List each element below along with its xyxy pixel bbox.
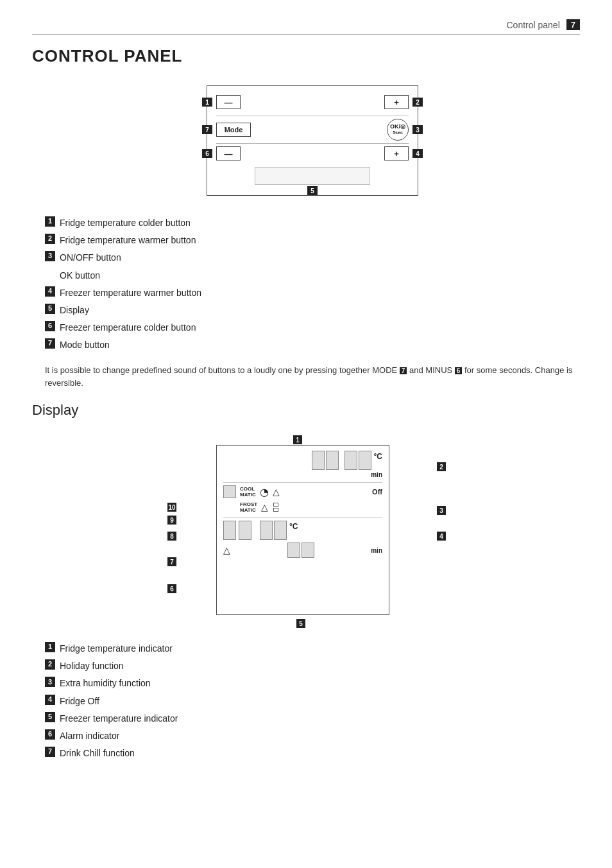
badge-disp-4: 4 [437,532,446,541]
disp-legend-text-7: Drink Chill function [60,745,135,761]
disp-legend-item-3: 3 Extra humidity function [45,675,580,691]
legend-text-4: Freezer temperature warmer button [60,285,201,301]
disp-badge-5: 5 [45,712,55,722]
cp-badge-6: 6 [202,149,212,158]
cp-btn-minus-freezer[interactable]: — [216,146,241,161]
badge-disp-10: 10 [167,503,176,512]
disp-legend-text-2: Holiday function [60,658,124,674]
page-number: 7 [566,19,580,30]
section-title: CONTROL PANEL [32,46,580,66]
badge-7: 7 [45,338,55,349]
control-panel-diagram: 1 — + 2 7 Mode [32,79,580,202]
disp-label-10: 10 [167,503,176,512]
battery-icon [273,503,278,512]
cp-btn-plus-freezer[interactable]: + [384,146,409,161]
cp-badge-1: 1 [202,98,212,107]
cp-badge-4: 4 [412,149,423,158]
badge-disp-5: 5 [296,619,305,628]
icon-slot-10 [223,485,236,498]
disp-badge-4: 4 [45,695,55,705]
legend-item-3: 3 ON/OFF button [45,250,580,266]
badge-3: 3 [45,251,55,261]
badge-disp-7: 7 [167,557,176,566]
section-label: Control panel [506,20,559,30]
legend-text-7: Mode button [60,337,110,353]
fridge-temp-display [312,451,371,470]
legend-item-2: 2 Fridge temperature warmer button [45,232,580,248]
legend-item-1: 1 Fridge temperature colder button [45,215,580,231]
cp-btn-mode[interactable]: Mode [216,123,251,137]
badge-disp-9: 9 [167,516,176,525]
disp-label-3: 3 [437,506,446,515]
disp-label-2: 2 [437,462,446,471]
cp-note: It is possible to change predefined soun… [45,364,580,391]
badge-disp-1: 1 [293,435,302,444]
badge-disp-2: 2 [437,462,446,471]
off-label: Off [372,488,382,496]
freezer-min-label: min [371,547,382,554]
display-legend-list: 1 Fridge temperature indicator 2 Holiday… [45,641,580,761]
legend-text-5: Display [60,302,89,318]
cp-box: 1 — + 2 7 Mode [207,85,418,196]
freezer-min-display [287,542,314,558]
fridge-min-label: min [371,471,382,478]
disp-label-8: 8 [167,532,176,541]
frost-matic-label: FROSTMATIC [240,501,257,514]
cp-row-2: 7 Mode OK/◎ 5sec 3 [216,119,409,141]
cp-row-3: 6 — + 4 [216,146,409,161]
disp-legend-text-1: Fridge temperature indicator [60,641,173,657]
subsection-display-title: Display [32,402,580,419]
disp-badge-3: 3 [45,677,55,687]
badge-disp-3: 3 [437,506,446,515]
disp-legend-text-3: Extra humidity function [60,675,151,691]
top-bar: Control panel 7 [32,19,580,35]
disp-legend-item-5: 5 Freezer temperature indicator [45,711,580,727]
cp-btn-ok[interactable]: OK/◎ 5sec [387,119,409,141]
disp-label-6: 6 [167,584,176,593]
badge-4: 4 [45,286,55,297]
legend-text-1: Fridge temperature colder button [60,215,191,231]
disp-legend-text-4: Fridge Off [60,693,99,709]
freezer-temp-display [260,521,287,540]
disp-legend-item-7: 7 Drink Chill function [45,745,580,761]
badge-disp-8: 8 [167,532,176,541]
frost-matic-row: FROSTMATIC △ [223,501,382,514]
badge-6: 6 [45,321,55,331]
disp-label-5: 5 [296,619,305,628]
disp-badge-7: 7 [45,747,55,757]
cp-btn-plus-fridge[interactable]: + [384,95,409,109]
display-diagram: °C min COOLMATIC ◔ △ Off [32,429,580,628]
legend-item-6: 6 Freezer temperature colder button [45,320,580,336]
page: Control panel 7 CONTROL PANEL 1 — + 2 [0,0,612,868]
frost-icon: △ [261,502,268,512]
disp-badge-1: 1 [45,642,55,652]
fridge-unit: °C [374,452,382,461]
temp-icon-droplet: △ [273,487,280,497]
legend-item-5: 5 Display [45,302,580,318]
cp-btn-minus-fridge[interactable]: — [216,95,241,109]
disp-legend-text-6: Alarm indicator [60,728,119,744]
cp-row-1: 1 — + 2 [216,95,409,109]
freezer-unit: °C [289,522,298,531]
note-badge-6: 6 [455,367,463,374]
disp-label-7: 7 [167,557,176,566]
cool-matic-row: COOLMATIC ◔ △ Off [223,485,382,498]
cp-badge-7: 7 [202,125,212,134]
legend-text-3b: OK button [60,268,100,284]
note-badge-7: 7 [400,367,407,374]
disp-label-9: 9 [167,516,176,525]
legend-text-6: Freezer temperature colder button [60,320,196,336]
disp-legend-item-2: 2 Holiday function [45,658,580,674]
droplet-icon: ◔ [260,486,269,498]
disp-label-1: 1 [293,435,302,444]
disp-legend-item-4: 4 Fridge Off [45,693,580,709]
cp-badge-5: 5 [307,186,318,195]
legend-item-3b: OK button [45,268,580,284]
disp-legend-text-5: Freezer temperature indicator [60,711,178,727]
disp-legend-item-6: 6 Alarm indicator [45,728,580,744]
top-bar-content: Control panel 7 [506,19,580,30]
alarm-icon: △ [223,545,230,555]
badge-2: 2 [45,234,55,244]
badge-5: 5 [45,304,55,314]
cool-matic-label: COOLMATIC [240,486,256,498]
